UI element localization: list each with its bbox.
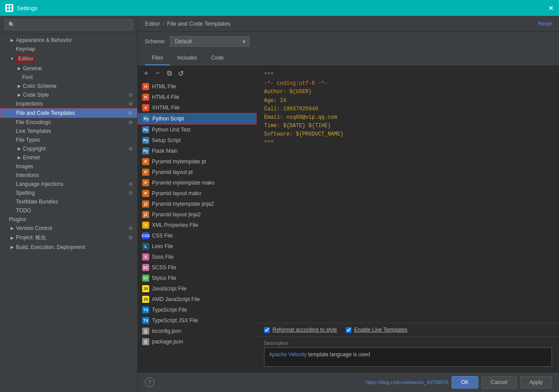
list-item[interactable]: P Pyramid mytemplate pt <box>138 156 257 167</box>
file-item-name: Pyramid layout jinja2 <box>152 211 201 218</box>
gear-icon: ⚙ <box>128 120 133 125</box>
code-line: Call: 19937925949 <box>264 105 552 113</box>
file-type-icon: TX <box>142 317 149 324</box>
scheme-label: Scheme: <box>145 38 166 45</box>
list-item[interactable]: TX TypeScript JSX File <box>138 315 257 326</box>
sidebar-item-colorscheme[interactable]: ▶ Color Scheme <box>0 82 137 90</box>
list-item[interactable]: TS TypeScript File <box>138 305 257 315</box>
list-item[interactable]: ST Stylus File <box>138 273 257 283</box>
code-area[interactable]: """ -*- coding:utf-8 -*- Author: ${USER}… <box>257 66 559 323</box>
sidebar-item-spelling[interactable]: Spelling ⚙ <box>0 188 137 197</box>
sidebar-item-livetemplates[interactable]: Live Templates <box>0 127 137 136</box>
expand-arrow: ▶ <box>16 146 22 152</box>
tab-code[interactable]: Code <box>204 51 231 65</box>
tab-files[interactable]: Files <box>145 51 170 65</box>
file-item-name: TypeScript File <box>152 307 187 313</box>
breadcrumb-bar: Editor › File and Code Templates Reset <box>138 16 559 32</box>
list-item[interactable]: H HTML4 File <box>138 92 257 102</box>
file-type-icon: Py <box>142 147 149 155</box>
sidebar-item-general[interactable]: ▶ General <box>0 64 137 73</box>
list-item[interactable]: P Pyramid layout pt <box>138 167 257 177</box>
list-item[interactable]: X XHTML File <box>138 102 257 113</box>
list-item[interactable]: Py Flask Main <box>138 146 257 156</box>
sidebar-item-project[interactable]: ▶ Project: 账虫 ⚙ <box>0 233 137 243</box>
cancel-button[interactable]: Cancel <box>482 376 517 388</box>
help-button[interactable]: ? <box>145 377 155 387</box>
apply-button[interactable]: Apply <box>520 376 552 388</box>
description-label: Description <box>264 340 552 346</box>
file-item-name: TypeScript JSX File <box>152 317 198 324</box>
reset-file-button[interactable]: ↺ <box>176 68 185 78</box>
list-item[interactable]: CSS CSS File <box>138 230 257 241</box>
expand-arrow: ▶ <box>16 155 22 161</box>
sidebar-item-fileandcodetemplates[interactable]: File and Code Templates ⚙ <box>0 108 137 118</box>
code-line: """ <box>264 139 552 147</box>
content-area: Editor › File and Code Templates Reset S… <box>138 16 559 392</box>
sidebar-item-emmet[interactable]: ▶ Emmet <box>0 153 137 162</box>
list-item[interactable]: S Sass File <box>138 252 257 262</box>
sidebar-item-copyright[interactable]: ▶ Copyright ⚙ <box>0 144 137 153</box>
list-item-selected[interactable]: Py Python Script <box>138 113 257 124</box>
file-item-name: HTML File <box>152 83 176 90</box>
list-item[interactable]: P Pyramid mytemplate mako <box>138 177 257 188</box>
sidebar-item-keymap[interactable]: Keymap <box>0 45 137 53</box>
remove-file-button[interactable]: − <box>153 68 162 78</box>
close-button[interactable]: ✕ <box>548 4 554 12</box>
sidebar-item-todo[interactable]: TODO <box>0 206 137 215</box>
breadcrumb-separator: › <box>162 20 164 27</box>
scheme-dropdown[interactable]: Default Project <box>170 36 249 47</box>
live-templates-label: Enable Live Templates <box>354 327 408 333</box>
list-item[interactable]: {} tsconfig.json <box>138 326 257 336</box>
sidebar-item-editor[interactable]: ▼ Editor <box>0 53 137 64</box>
list-item[interactable]: P Pyramid layout mako <box>138 188 257 199</box>
live-templates-checkbox[interactable] <box>346 327 351 333</box>
ok-button[interactable]: OK <box>452 376 478 388</box>
expand-arrow: ▶ <box>9 37 15 43</box>
sidebar-item-inspections[interactable]: Inspections ⚙ <box>0 99 137 108</box>
list-item[interactable]: j2 Pyramid mytemplate jinja2 <box>138 199 257 209</box>
sidebar-item-build[interactable]: ▶ Build, Execution, Deployment <box>0 243 137 252</box>
list-item[interactable]: Py Setup Script <box>138 135 257 146</box>
file-item-name: XHTML File <box>152 105 180 111</box>
file-item-name: HTML4 File <box>152 94 179 100</box>
file-type-icon: S <box>142 253 149 260</box>
file-type-icon: CSS <box>142 232 149 239</box>
apache-velocity-link[interactable]: Apache Velocity <box>269 351 306 358</box>
sidebar-item-languageinjections[interactable]: Language Injections ⚙ <box>0 180 137 188</box>
tab-includes[interactable]: Includes <box>170 51 204 65</box>
reformat-checkbox[interactable] <box>264 327 270 333</box>
editor-label: Editor <box>16 55 36 63</box>
sidebar-item-filetypes[interactable]: File Types <box>0 136 137 144</box>
reset-link[interactable]: Reset <box>538 21 552 27</box>
sidebar-item-font[interactable]: Font <box>0 73 137 82</box>
file-type-icon: j2 <box>142 211 149 218</box>
sidebar-item-intentions[interactable]: Intentions <box>0 171 137 180</box>
sidebar-item-fileencodings[interactable]: File Encodings ⚙ <box>0 118 137 127</box>
list-item[interactable]: H HTML File <box>138 81 257 92</box>
file-list-toolbar: + − ⧉ ↺ <box>138 66 257 81</box>
list-item[interactable]: JS JavaScript File <box>138 283 257 294</box>
list-item[interactable]: JS AMD JavaScript File <box>138 294 257 305</box>
svg-rect-1 <box>10 5 12 8</box>
description-box: Apache Velocity template language is use… <box>264 347 552 367</box>
sidebar-item-versioncontrol[interactable]: ▶ Version Control ⚙ <box>0 224 137 233</box>
add-file-button[interactable]: + <box>141 68 151 78</box>
svg-rect-2 <box>7 8 9 11</box>
list-item[interactable]: {} package.json <box>138 336 257 347</box>
file-item-name: Less File <box>152 243 173 249</box>
list-item[interactable]: j2 Pyramid layout jinja2 <box>138 209 257 220</box>
file-type-icon: P <box>142 179 149 186</box>
list-item[interactable]: Py Python Unit Test <box>138 124 257 135</box>
sidebar-item-appearance[interactable]: ▶ Appearance & Behavior <box>0 36 137 45</box>
list-item[interactable]: X XML Properties File <box>138 220 257 230</box>
expand-arrow: ▶ <box>16 92 22 98</box>
list-item[interactable]: SC SCSS File <box>138 262 257 273</box>
tabs-row: Files Includes Code <box>138 51 559 66</box>
copy-file-button[interactable]: ⧉ <box>164 68 174 78</box>
search-input[interactable] <box>4 19 133 30</box>
sidebar-item-images[interactable]: Images <box>0 162 137 171</box>
sidebar-item-plugins[interactable]: Plugins <box>0 215 137 224</box>
sidebar-item-textmatebundles[interactable]: TextMate Bundles <box>0 197 137 206</box>
sidebar-item-codestyle[interactable]: ▶ Code Style ⚙ <box>0 90 137 99</box>
list-item[interactable]: L Less File <box>138 241 257 252</box>
